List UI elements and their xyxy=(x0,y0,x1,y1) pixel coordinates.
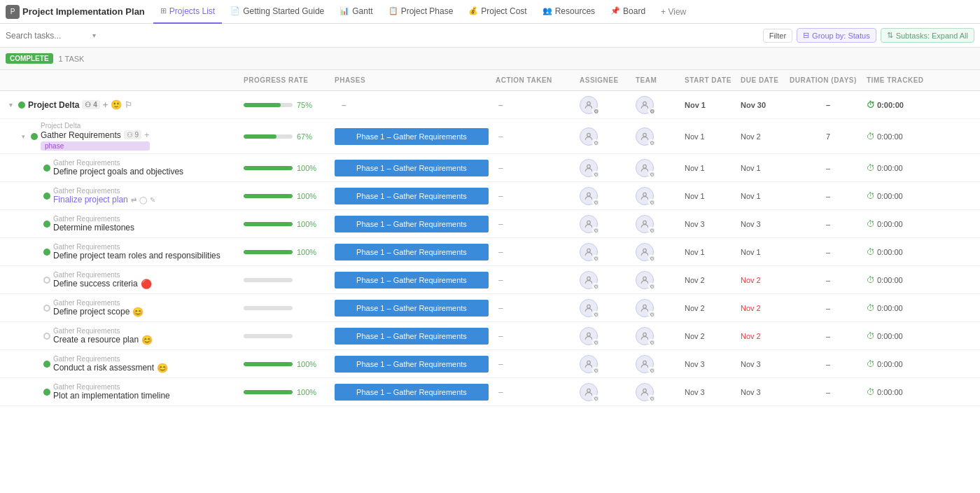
col-header-due: DUE DATE xyxy=(741,76,790,84)
tab-gantt-label: Gantt xyxy=(352,6,372,16)
time-value: 0:00:00 xyxy=(877,276,903,284)
time-icon: ⏱ xyxy=(867,191,875,201)
team-cell[interactable]: ⚙ xyxy=(636,159,685,177)
progress-percent: 100% xyxy=(297,164,316,172)
team-cell[interactable]: ⚙ xyxy=(636,243,685,261)
parent-label: Gather Requirements xyxy=(53,159,183,167)
phases-cell: Phase 1 – Gather Requirements xyxy=(335,188,496,204)
start-date-cell: Nov 3 xyxy=(685,388,741,396)
expand-toggle xyxy=(31,359,41,369)
subtask-count: ⚇ 9 xyxy=(124,130,141,139)
avatar: ⚙ xyxy=(580,187,598,205)
task-name[interactable]: Finalize project plan xyxy=(53,195,128,204)
group-by-button[interactable]: ⊟ Group by: Status xyxy=(797,28,876,43)
assignee-cell[interactable]: ⚙ xyxy=(580,327,636,345)
team-cell[interactable]: ⚙ xyxy=(636,215,685,233)
team-cell[interactable]: ⚙ xyxy=(636,327,685,345)
tab-resources-label: Resources xyxy=(555,6,595,16)
task-cell: Gather Requirements Finalize project pla… xyxy=(6,184,244,207)
task-status-dot[interactable] xyxy=(43,305,50,312)
tab-projects-list[interactable]: ⊞ Projects List xyxy=(153,0,222,24)
assignee-cell[interactable]: ⚙ xyxy=(580,96,636,114)
task-list: ▾ Project Delta ⚇ 4 + 🙂 ⚐ 75% – – xyxy=(0,91,980,406)
tab-board[interactable]: 📌 Board xyxy=(603,0,652,24)
start-date-cell: Nov 1 xyxy=(685,132,741,141)
task-status-dot[interactable] xyxy=(43,333,50,340)
team-cell[interactable]: ⚙ xyxy=(636,96,685,114)
task-status-dot[interactable] xyxy=(43,277,50,284)
task-status-dot[interactable] xyxy=(43,389,50,396)
team-cell[interactable]: ⚙ xyxy=(636,383,685,401)
team-cell[interactable]: ⚙ xyxy=(636,299,685,317)
tab-resources[interactable]: 👥 Resources xyxy=(536,0,602,24)
progress-cell: 100% xyxy=(244,388,335,396)
assignee-cell[interactable]: ⚙ xyxy=(580,127,636,146)
task-name: Determine milestones xyxy=(53,223,134,232)
assignee-cell[interactable]: ⚙ xyxy=(580,355,636,373)
expand-toggle[interactable]: ▾ xyxy=(18,132,28,141)
col-header-time: TIME TRACKED xyxy=(867,76,930,84)
tab-gantt[interactable]: 📊 Gantt xyxy=(332,0,379,24)
tab-board-label: Board xyxy=(623,6,645,16)
avatar: ⚙ xyxy=(636,355,654,373)
gantt-icon: 📊 xyxy=(340,6,349,15)
subtasks-button[interactable]: ⇅ Subtasks: Expand All xyxy=(881,28,974,43)
svg-point-8 xyxy=(587,221,591,224)
table-row: Gather Requirements Create a resource pl… xyxy=(0,322,980,350)
assignee-cell[interactable]: ⚙ xyxy=(580,383,636,401)
add-subtask-icon[interactable]: + xyxy=(144,130,150,140)
progress-bar xyxy=(244,134,293,139)
time-value: 0:00:00 xyxy=(877,360,903,368)
task-status-dot[interactable] xyxy=(43,221,50,228)
progress-fill xyxy=(244,194,293,198)
progress-bar xyxy=(244,222,293,226)
task-status-dot[interactable] xyxy=(43,249,50,256)
avatar: ⚙ xyxy=(636,243,654,261)
time-value: 0:00:00 xyxy=(877,192,903,200)
progress-cell: 100% xyxy=(244,192,335,200)
task-status-dot[interactable] xyxy=(43,361,50,368)
due-date-cell: Nov 2 xyxy=(741,304,790,312)
flag-icon: ⚐ xyxy=(125,100,132,110)
add-view-button[interactable]: + View xyxy=(655,4,692,20)
assignee-cell[interactable]: ⚙ xyxy=(580,187,636,205)
avatar: ⚙ xyxy=(580,327,598,345)
task-name-wrap: Gather Requirements Define project goals… xyxy=(53,159,183,176)
col-header-phases: PHASES xyxy=(335,76,496,84)
assignee-cell[interactable]: ⚙ xyxy=(580,159,636,177)
task-name: Plot an implementation timeline xyxy=(53,391,170,401)
expand-toggle xyxy=(31,331,41,341)
assignee-cell[interactable]: ⚙ xyxy=(580,299,636,317)
team-cell[interactable]: ⚙ xyxy=(636,355,685,373)
duration-cell: – xyxy=(790,332,867,340)
search-input[interactable] xyxy=(6,31,90,41)
tab-project-cost[interactable]: 💰 Project Cost xyxy=(461,0,533,24)
task-status-dot[interactable] xyxy=(43,193,50,200)
phases-cell: Phase 1 – Gather Requirements xyxy=(335,272,496,289)
tab-getting-started[interactable]: 📄 Getting Started Guide xyxy=(223,0,331,24)
assignee-cell[interactable]: ⚙ xyxy=(580,215,636,233)
expand-toggle[interactable]: ▾ xyxy=(6,100,15,110)
time-icon: ⏱ xyxy=(867,100,875,110)
team-cell[interactable]: ⚙ xyxy=(636,187,685,205)
duration-cell: – xyxy=(790,388,867,396)
task-cell: Gather Requirements Conduct a risk asses… xyxy=(6,352,244,376)
getting-started-icon: 📄 xyxy=(230,6,240,15)
team-cell[interactable]: ⚙ xyxy=(636,127,685,146)
start-date-cell: Nov 1 xyxy=(685,164,741,172)
assignee-cell[interactable]: ⚙ xyxy=(580,271,636,289)
edit-icon[interactable]: ✎ xyxy=(150,196,155,204)
search-wrap[interactable]: ▾ xyxy=(6,31,96,41)
assignee-cell[interactable]: ⚙ xyxy=(580,243,636,261)
task-name: Define project team roles and responsibi… xyxy=(53,251,220,261)
filter-button[interactable]: Filter xyxy=(763,29,792,43)
project-phase-icon: 📋 xyxy=(388,6,398,15)
parent-label: Gather Requirements xyxy=(53,355,168,363)
action-cell: – xyxy=(496,191,580,201)
team-cell[interactable]: ⚙ xyxy=(636,271,685,289)
task-status-dot[interactable] xyxy=(18,102,25,109)
task-status-dot[interactable] xyxy=(43,165,50,172)
tab-project-phase[interactable]: 📋 Project Phase xyxy=(382,0,461,24)
add-subtask-icon[interactable]: + xyxy=(103,99,108,110)
task-status-dot[interactable] xyxy=(31,133,38,140)
